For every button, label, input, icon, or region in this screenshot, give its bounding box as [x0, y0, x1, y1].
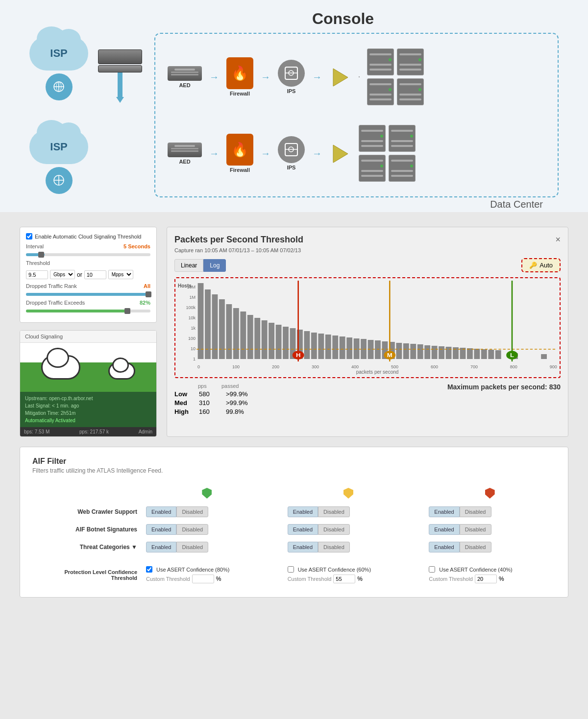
svg-rect-18	[219, 299, 225, 359]
firewall-device-bottom: 🔥 Firewall	[226, 134, 253, 173]
botnet-label: AIF Botnet Signatures	[33, 521, 141, 538]
cloud-shape-top: ISP	[29, 36, 88, 71]
linear-button[interactable]: Linear	[174, 259, 203, 272]
custom-threshold-red-input[interactable]	[475, 575, 497, 583]
rank-fill	[26, 293, 150, 296]
botnet-green-disabled[interactable]: Disabled	[176, 524, 208, 535]
spacer	[33, 556, 555, 562]
threat-yellow-disabled[interactable]: Disabled	[318, 542, 350, 552]
botnet-red-disabled[interactable]: Disabled	[460, 524, 491, 535]
server-icon-5	[359, 125, 386, 152]
svg-rect-20	[233, 308, 239, 359]
botnet-green-enabled[interactable]: Enabled	[146, 524, 176, 535]
shield-col-yellow	[284, 485, 414, 503]
web-crawler-yellow-disabled[interactable]: Disabled	[318, 506, 350, 517]
stat-pct-high: 99.8%	[226, 408, 255, 415]
aif-label-col-header	[33, 485, 141, 503]
botnet-yellow-disabled[interactable]: Disabled	[318, 524, 350, 535]
close-button[interactable]: ×	[555, 235, 561, 245]
botnet-yellow-enabled[interactable]: Enabled	[288, 524, 318, 535]
console-arrow-area	[98, 89, 142, 142]
chart-stats: pps passed Low 580 >99.9% Med 310 >99.9%…	[174, 383, 561, 417]
auto-label: Auto	[539, 262, 553, 269]
auto-button[interactable]: 🔑 Auto	[521, 258, 561, 272]
divider-8	[414, 539, 424, 555]
shield-col-red	[425, 485, 555, 503]
datacenter-box: AED → 🔥 Firewall →	[154, 33, 559, 197]
chart-body: 10M 1M 100k 10k 1k 100 10 1	[178, 281, 557, 363]
web-crawler-green: Enabled Disabled	[142, 503, 272, 520]
threat-green-enabled[interactable]: Enabled	[146, 542, 176, 552]
firewall-label-bottom: Firewall	[230, 167, 250, 173]
divider-10	[414, 563, 424, 586]
upstream-label: Upstream:	[25, 396, 48, 401]
threat-categories-label: Threat Categories ▼	[33, 539, 141, 555]
console-device	[98, 49, 142, 103]
threshold-row: Threshold	[26, 260, 150, 266]
exceeds-thumb[interactable]	[124, 308, 130, 314]
rank-track[interactable]	[26, 293, 150, 296]
asert-yellow-label: Use ASERT Confidence (60%)	[298, 567, 371, 573]
ips-device-top: IPS	[278, 60, 305, 94]
exceeds-fill	[26, 310, 128, 312]
shield-red-icon	[485, 488, 495, 499]
firewall-icon-top: 🔥	[226, 57, 253, 89]
botnet-red-enabled[interactable]: Enabled	[429, 524, 459, 535]
custom-threshold-yellow-input[interactable]	[333, 575, 355, 583]
aif-subtitle: Filters traffic utilizing the ATLAS Inte…	[32, 467, 556, 474]
ips-device-bottom: IPS	[278, 136, 305, 170]
arrow-aed-fw-bottom: →	[209, 148, 219, 159]
threat-red-disabled[interactable]: Disabled	[460, 542, 491, 552]
mitigation-value: 2h51m	[61, 410, 76, 416]
protection-green-asert: Use ASERT Confidence (80%)	[146, 566, 268, 573]
threat-yellow-enabled[interactable]: Enabled	[288, 542, 318, 552]
web-crawler-green-disabled[interactable]: Disabled	[176, 506, 208, 517]
svg-rect-31	[311, 333, 317, 359]
threshold-unit-select2[interactable]: Mpps Kpps	[108, 270, 133, 279]
stats-table: pps passed Low 580 >99.9% Med 310 >99.9%…	[174, 383, 255, 417]
svg-rect-21	[240, 312, 246, 359]
x-100: 100	[232, 364, 240, 369]
dropped-exceeds-value: 82%	[140, 300, 150, 306]
asert-green-checkbox[interactable]	[146, 566, 152, 573]
asert-yellow-checkbox[interactable]	[288, 566, 294, 573]
dropped-exceeds-row: Dropped Traffic Exceeds 82%	[26, 300, 150, 306]
interval-track[interactable]	[26, 253, 150, 256]
log-button[interactable]: Log	[203, 259, 226, 272]
isp-label-top: ISP	[50, 47, 67, 60]
svg-rect-53	[467, 348, 473, 359]
cloud-big-icon	[41, 355, 80, 380]
arrow-ips-lb-bottom: →	[312, 148, 322, 159]
threshold-value2-input[interactable]	[84, 270, 106, 279]
aed-box-bottom	[168, 143, 202, 157]
svg-rect-19	[226, 304, 232, 359]
svg-marker-10	[333, 69, 348, 86]
svg-rect-55	[481, 349, 487, 359]
stat-pct-med: >99.9%	[226, 399, 255, 407]
dc-row-bottom: AED → 🔥 Firewall →	[168, 125, 545, 182]
web-crawler-yellow-enabled[interactable]: Enabled	[288, 506, 318, 517]
threat-green-disabled[interactable]: Disabled	[176, 542, 208, 552]
enable-threshold-checkbox[interactable]	[26, 233, 32, 240]
web-crawler-red-enabled[interactable]: Enabled	[429, 506, 459, 517]
custom-threshold-green-input[interactable]	[192, 575, 214, 583]
y-label-1m: 1M	[178, 295, 196, 300]
interval-thumb[interactable]	[38, 252, 44, 258]
exceeds-track[interactable]	[26, 310, 150, 312]
threat-red-enabled[interactable]: Enabled	[429, 542, 459, 552]
svg-rect-34	[332, 336, 338, 359]
svg-rect-56	[488, 350, 494, 359]
rank-thumb[interactable]	[146, 291, 151, 297]
web-crawler-red-disabled[interactable]: Disabled	[460, 506, 491, 517]
aed-device-top: AED	[168, 66, 202, 88]
threshold-label: Threshold	[26, 260, 50, 266]
diagram-section: Console ISP ISP	[0, 0, 588, 212]
capture-info: Capture ran 10:05 AM 07/01/13 – 10:05 AM…	[174, 247, 561, 253]
stats-row-med: Med 310 >99.9%	[174, 399, 255, 407]
panel-title: Packets per Second Threshold	[174, 235, 303, 245]
isp-column: ISP ISP	[29, 36, 88, 194]
threshold-unit-select1[interactable]: Gbps Mbps	[50, 270, 75, 279]
threshold-value-input[interactable]	[26, 270, 48, 279]
web-crawler-green-enabled[interactable]: Enabled	[146, 506, 176, 517]
asert-red-checkbox[interactable]	[429, 566, 435, 573]
